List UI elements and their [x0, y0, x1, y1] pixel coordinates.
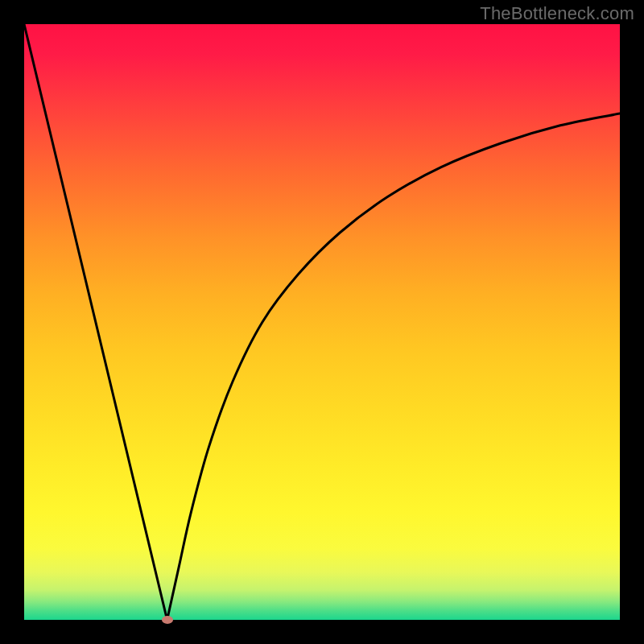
watermark-text: TheBottleneck.com: [480, 3, 634, 24]
minimum-marker: [162, 616, 173, 624]
chart-frame: TheBottleneck.com: [0, 0, 644, 644]
plot-area: [24, 24, 620, 620]
curve-path: [24, 24, 620, 620]
curve-svg: [24, 24, 620, 620]
